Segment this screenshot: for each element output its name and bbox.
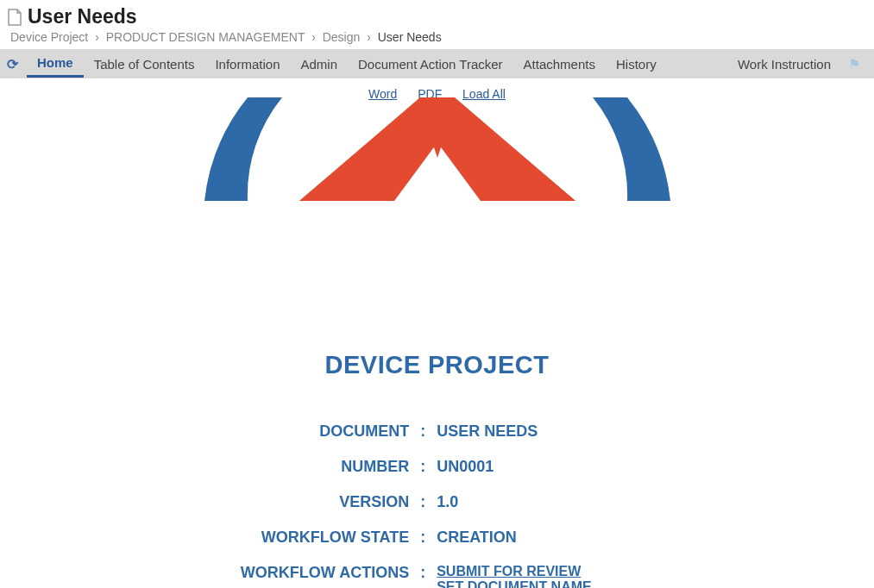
breadcrumb-item[interactable]: Design bbox=[323, 30, 361, 44]
tab-information[interactable]: Information bbox=[204, 52, 290, 77]
value-version: 1.0 bbox=[431, 485, 638, 520]
table-row: NUMBER : UN0001 bbox=[236, 449, 638, 485]
tab-home[interactable]: Home bbox=[27, 50, 84, 78]
value-document: USER NEEDS bbox=[431, 414, 638, 449]
tab-attachments[interactable]: Attachments bbox=[513, 52, 606, 77]
label-version: VERSION bbox=[236, 485, 414, 520]
value-state: CREATION bbox=[431, 520, 638, 555]
tab-admin[interactable]: Admin bbox=[290, 52, 348, 77]
table-row: VERSION : 1.0 bbox=[236, 485, 638, 520]
label-state: WORKFLOW STATE bbox=[236, 520, 414, 555]
refresh-icon[interactable]: ⟳ bbox=[7, 56, 18, 72]
label-number: NUMBER bbox=[236, 449, 414, 485]
page-title: User Needs bbox=[28, 5, 137, 28]
tab-bar: ⟳ Home Table of Contents Information Adm… bbox=[0, 49, 874, 78]
project-title: DEVICE PROJECT bbox=[0, 351, 874, 379]
brand-logo bbox=[0, 97, 874, 204]
action-set-document-name[interactable]: SET DOCUMENT NAME bbox=[437, 579, 633, 588]
breadcrumb-current: User Needs bbox=[378, 30, 442, 44]
value-number: UN0001 bbox=[431, 449, 638, 485]
action-submit-review[interactable]: SUBMIT FOR REVIEW bbox=[437, 564, 633, 579]
table-row: WORKFLOW STATE : CREATION bbox=[236, 520, 638, 555]
bookmark-icon[interactable]: ⚑ bbox=[841, 56, 867, 72]
label-document: DOCUMENT bbox=[236, 414, 414, 449]
document-info-table: DOCUMENT : USER NEEDS NUMBER : UN0001 VE… bbox=[236, 414, 638, 588]
table-row: WORKFLOW ACTIONS : SUBMIT FOR REVIEW SET… bbox=[236, 555, 638, 588]
label-actions: WORKFLOW ACTIONS bbox=[236, 555, 414, 588]
breadcrumb: Device Project › PRODUCT DESIGN MANAGEME… bbox=[7, 28, 867, 47]
table-row: DOCUMENT : USER NEEDS bbox=[236, 414, 638, 449]
document-icon bbox=[7, 9, 22, 26]
tab-toc[interactable]: Table of Contents bbox=[84, 52, 205, 77]
tab-work-instruction[interactable]: Work Instruction bbox=[727, 52, 841, 77]
tab-action-tracker[interactable]: Document Action Tracker bbox=[348, 52, 513, 77]
breadcrumb-item[interactable]: PRODUCT DESIGN MANAGEMENT bbox=[106, 30, 305, 44]
breadcrumb-item[interactable]: Device Project bbox=[10, 30, 88, 44]
tab-history[interactable]: History bbox=[606, 52, 667, 77]
